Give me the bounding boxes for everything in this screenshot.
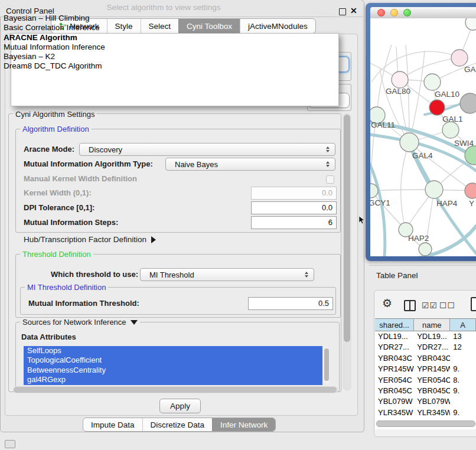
network-node[interactable] bbox=[429, 100, 445, 115]
dropdown-item[interactable]: ARACNE Algorithm bbox=[4, 33, 322, 43]
table-cell bbox=[450, 396, 476, 407]
hub-definition-label: Hub/Transcription Factor Definition bbox=[24, 235, 146, 244]
table-cell: YDR27... bbox=[375, 342, 414, 353]
attribute-list-item[interactable]: SelfLoops bbox=[24, 346, 322, 356]
apply-button[interactable]: Apply bbox=[159, 399, 201, 413]
mi-threshold-field[interactable]: 0.5 bbox=[248, 297, 333, 310]
close-traffic-light-icon[interactable] bbox=[377, 9, 385, 17]
attribute-list-item[interactable]: TopologicalCoefficient bbox=[24, 356, 322, 365]
manual-kernel-label: Manual Kernel Width Definition bbox=[24, 174, 137, 183]
table-cell: YER054C bbox=[414, 375, 450, 386]
node-label: GAL1 bbox=[442, 115, 463, 123]
dropdown-item[interactable]: Dream8 DC_TDC Algorithm bbox=[4, 61, 322, 71]
table-row[interactable]: YLR345WYLR345W9. bbox=[375, 407, 476, 418]
table-cell: YBR045C bbox=[375, 386, 414, 396]
which-threshold-value: MI Threshold bbox=[141, 270, 302, 279]
table-cell: YPR145W bbox=[375, 364, 414, 374]
network-node[interactable] bbox=[460, 93, 476, 113]
data-attributes-list[interactable]: SelfLoopsTopologicalCoefficientBetweenne… bbox=[24, 346, 322, 385]
hub-definition-toggle[interactable]: Hub/Transcription Factor Definition bbox=[24, 235, 156, 244]
table-cell: 9. bbox=[450, 407, 476, 418]
table-cell: YBR045C bbox=[414, 386, 450, 396]
dpi-tolerance-field[interactable]: 0.0 bbox=[251, 201, 337, 214]
node-label: GAL10 bbox=[435, 90, 459, 99]
network-node[interactable] bbox=[465, 18, 476, 30]
network-node[interactable] bbox=[419, 243, 432, 256]
table-column-header[interactable]: name bbox=[414, 319, 450, 331]
table-row[interactable]: YBR045CYBR045C9. bbox=[375, 386, 476, 396]
dropdown-item-list: Bayesian – Hill ClimbingBasic Correlatio… bbox=[4, 14, 322, 71]
mouse-cursor-icon bbox=[359, 216, 365, 224]
table-body: YDL19...YDL19...13YDR27...YDR27...12YBR0… bbox=[375, 331, 476, 429]
network-node-swi4[interactable] bbox=[465, 146, 476, 165]
manual-kernel-checkbox[interactable] bbox=[326, 175, 334, 184]
document-icon[interactable] bbox=[471, 297, 476, 311]
network-node-y[interactable] bbox=[465, 183, 476, 198]
table-cell: 12 bbox=[450, 342, 476, 353]
table-panel-separator bbox=[369, 265, 476, 266]
gear-icon[interactable]: ⚙ bbox=[382, 298, 392, 309]
settings-hscrollbar-thumb[interactable] bbox=[14, 387, 337, 393]
combo-stepper-icon bbox=[302, 272, 311, 278]
table-column-header[interactable]: A bbox=[450, 319, 476, 331]
dropdown-prompt: Select algorithm to view settings bbox=[0, 3, 327, 12]
minimized-window-icon[interactable] bbox=[5, 440, 15, 448]
network-window-titlebar[interactable] bbox=[370, 7, 476, 18]
table-cell: YDR27... bbox=[414, 342, 450, 353]
float-window-icon[interactable] bbox=[339, 8, 346, 15]
close-icon[interactable]: ✕ bbox=[350, 6, 357, 15]
network-node-hap4[interactable] bbox=[425, 181, 443, 198]
kernel-width-field[interactable]: 0.0 bbox=[251, 187, 337, 200]
table-row[interactable]: YER054CYER054C8. bbox=[375, 375, 476, 386]
attributes-scrollbar-thumb[interactable] bbox=[324, 348, 329, 381]
network-node-gal4[interactable] bbox=[400, 133, 419, 152]
dpi-tolerance-label: DPI Tolerance [0,1]: bbox=[24, 201, 94, 214]
network-node-gal10[interactable] bbox=[424, 74, 441, 90]
network-node-labels: GALGAL80GAL10GAL1GAL11SWI4GAL4GCY1HAP4YH… bbox=[370, 65, 476, 243]
network-node-gal80[interactable] bbox=[392, 71, 408, 88]
table-row[interactable]: YDL19...YDL19...13 bbox=[375, 331, 476, 342]
network-canvas[interactable]: GALGAL80GAL10GAL1GAL11SWI4GAL4GCY1HAP4YH… bbox=[370, 18, 476, 256]
dropdown-item[interactable]: Basic Correlation Inference bbox=[4, 23, 322, 32]
sources-group-toggle[interactable]: Sources for Network Inference bbox=[20, 318, 140, 327]
table-cell: YBR043C bbox=[375, 353, 414, 364]
combo-stepper-icon bbox=[323, 146, 332, 152]
attribute-list-item[interactable]: BetweennessCentrality bbox=[24, 366, 322, 375]
dropdown-item[interactable]: Bayesian – Hill Climbing bbox=[4, 14, 322, 23]
network-node-gal1[interactable] bbox=[442, 122, 459, 138]
node-label: GAL bbox=[464, 65, 476, 74]
which-threshold-select[interactable]: MI Threshold bbox=[140, 268, 314, 281]
dropdown-item[interactable]: Mutual Information Inference bbox=[4, 43, 322, 52]
aracne-mode-value: Discovery bbox=[80, 145, 323, 154]
bottom-tab-discretize-data[interactable]: Discretize Data bbox=[142, 418, 213, 431]
table-row[interactable]: YBL079WYBL079W bbox=[375, 396, 476, 407]
data-attributes-label: Data Attributes bbox=[21, 332, 76, 341]
table-cell: YER054C bbox=[375, 375, 414, 386]
table-hscrollbar-thumb[interactable] bbox=[376, 420, 475, 427]
node-label: HAP2 bbox=[408, 234, 429, 243]
table-row[interactable]: YPR145WYPR145W9. bbox=[375, 364, 476, 374]
minimize-traffic-light-icon[interactable] bbox=[390, 9, 398, 17]
network-node-gal[interactable] bbox=[451, 50, 468, 66]
mi-steps-field[interactable]: 6 bbox=[251, 216, 337, 229]
dropdown-item[interactable]: Bayesian – K2 bbox=[4, 52, 322, 61]
settings-vscrollbar-thumb[interactable] bbox=[344, 115, 350, 342]
aracne-mode-select[interactable]: Discovery bbox=[79, 143, 335, 156]
mi-type-value: Naive Bayes bbox=[166, 160, 323, 169]
attribute-list-item[interactable]: gal4RGexp bbox=[24, 375, 322, 384]
combo-stepper-icon bbox=[323, 161, 332, 167]
table-column-header[interactable]: shared... bbox=[375, 319, 414, 331]
columns-icon[interactable] bbox=[404, 300, 416, 311]
node-table: shared...nameA YDL19...YDL19...13YDR27..… bbox=[375, 318, 476, 429]
select-all-checkboxes-icon[interactable]: ☑☑ bbox=[422, 301, 438, 310]
node-label: HAP4 bbox=[436, 199, 458, 208]
bottom-tab-infer-network[interactable]: Infer Network bbox=[212, 418, 275, 431]
table-row[interactable]: YDR27...YDR27...12 bbox=[375, 342, 476, 353]
mi-type-select[interactable]: Naive Bayes bbox=[165, 158, 335, 171]
bottom-tab-bar: Impute DataDiscretize DataInfer Network bbox=[83, 418, 276, 432]
zoom-traffic-light-icon[interactable] bbox=[403, 9, 411, 17]
table-cell: YLR345W bbox=[375, 407, 414, 418]
table-row[interactable]: YBR043CYBR043C bbox=[375, 353, 476, 364]
deselect-all-checkboxes-icon[interactable]: ☐☐ bbox=[439, 301, 455, 310]
bottom-tab-impute-data[interactable]: Impute Data bbox=[83, 418, 142, 431]
